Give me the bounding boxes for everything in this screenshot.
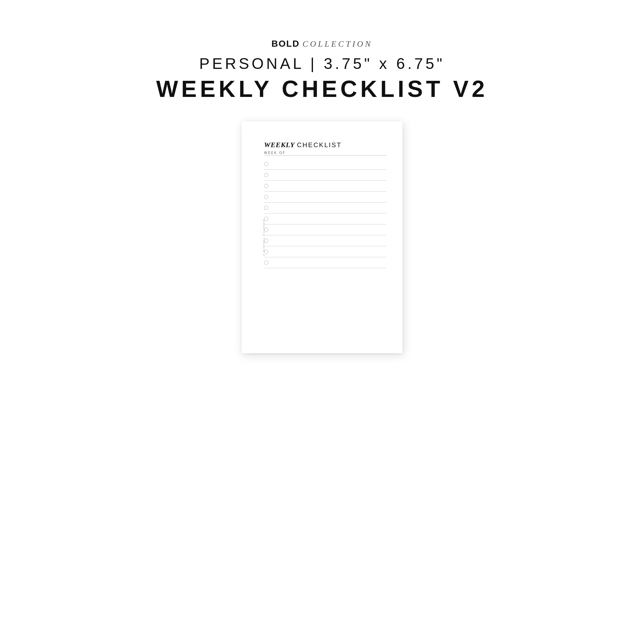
inner-title-normal: CHECKLIST <box>297 141 342 148</box>
size-label: PERSONAL | 3.75" x 6.75" <box>156 55 488 72</box>
circle-icon <box>264 260 268 265</box>
circle-icon <box>264 173 268 177</box>
header-section: BOLD COLLECTION PERSONAL | 3.75" x 6.75"… <box>156 39 488 121</box>
list-item <box>264 213 386 224</box>
page-title: WEEKLY CHECKLIST V2 <box>156 76 488 102</box>
circle-icon <box>264 162 268 166</box>
week-of-label: WEEK OF <box>264 151 386 155</box>
checklist-list <box>264 160 386 268</box>
inner-title-italic: WEEKLY <box>264 141 295 149</box>
list-item <box>264 235 386 246</box>
list-item <box>264 203 386 213</box>
list-item <box>264 170 386 181</box>
list-item <box>264 246 386 257</box>
circle-icon <box>264 184 268 188</box>
page-preview: © MINIMAL PLANNER WEEKLY CHECKLIST WEEK … <box>241 121 403 353</box>
list-item <box>264 192 386 203</box>
list-item <box>264 224 386 235</box>
circle-icon <box>264 206 268 210</box>
list-item <box>264 160 386 170</box>
list-item <box>264 181 386 192</box>
collection-label: BOLD COLLECTION <box>156 39 488 49</box>
inner-title: WEEKLY CHECKLIST <box>264 141 386 149</box>
watermark: © MINIMAL PLANNER <box>262 219 265 256</box>
list-item <box>264 257 386 268</box>
circle-icon <box>264 195 268 199</box>
week-of-line <box>264 155 386 156</box>
collection-bold: BOLD <box>271 39 299 49</box>
collection-italic: COLLECTION <box>302 39 373 49</box>
